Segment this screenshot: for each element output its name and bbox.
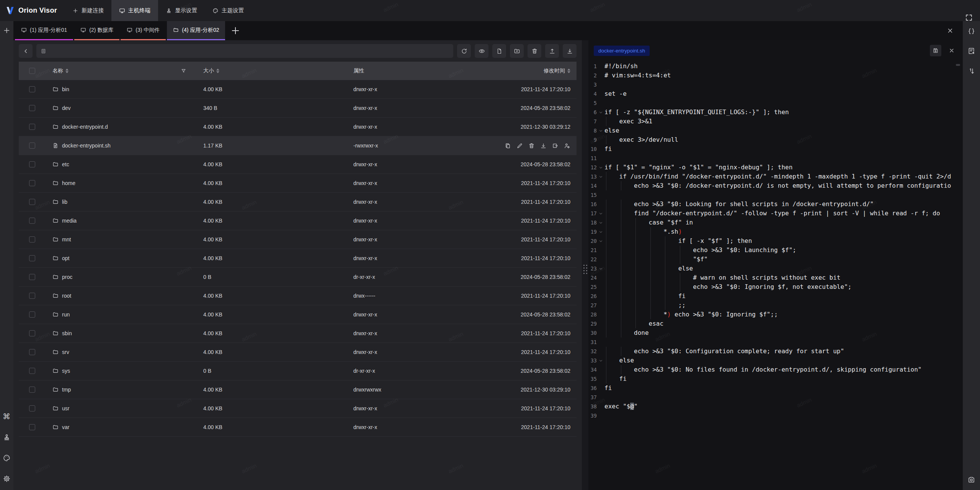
format-button[interactable] (966, 26, 977, 36)
display-settings-button[interactable] (2, 432, 12, 442)
file-name-cell: srv (46, 349, 191, 355)
table-row[interactable]: lib4.00 KBdrwxr-xr-x2021-11-24 17:20:10 (19, 193, 577, 211)
row-checkbox[interactable] (29, 274, 35, 280)
file-size: 4.00 KB (191, 180, 340, 186)
settings-button[interactable] (2, 473, 12, 484)
tab-4[interactable]: (4) 应用-分析02 (167, 21, 225, 40)
row-download-button[interactable] (540, 143, 547, 149)
table-row[interactable]: docker-entrypoint.sh1.17 KB-rwxrwxr-x (19, 136, 577, 155)
fold-toggle[interactable] (597, 108, 604, 117)
panel-splitter[interactable] (582, 40, 588, 490)
tab-3[interactable]: (3) 中间件 (121, 21, 166, 40)
open-file-tag[interactable]: docker-entrypoint.sh (594, 46, 650, 56)
table-row[interactable]: usr4.00 KBdrwxr-xr-x2021-11-24 17:20:10 (19, 399, 577, 418)
row-checkbox[interactable] (29, 293, 35, 299)
table-row[interactable]: mnt4.00 KBdrwxr-xr-x2021-11-24 17:20:10 (19, 230, 577, 249)
line-sort-button[interactable] (966, 66, 977, 76)
table-row[interactable]: dev340 Bdrwxr-xr-x2024-05-28 23:58:02 (19, 99, 577, 118)
row-checkbox[interactable] (29, 311, 35, 318)
table-row[interactable]: tmp4.00 KBdrwxrwxrwx2021-12-30 03:29:10 (19, 380, 577, 399)
row-checkbox[interactable] (29, 387, 35, 393)
table-row[interactable]: var4.00 KBdrwxr-xr-x2021-11-24 17:20:10 (19, 418, 577, 437)
tab-2[interactable]: (2) 数据库 (74, 21, 119, 40)
row-checkbox[interactable] (29, 349, 35, 355)
nav-new-connection[interactable]: 新建连接 (65, 0, 111, 21)
close-editor-button[interactable] (946, 45, 957, 56)
fold-toggle[interactable] (597, 227, 604, 236)
table-row[interactable]: opt4.00 KBdrwxr-xr-x2021-11-24 17:20:10 (19, 249, 577, 268)
fold-toggle[interactable] (597, 264, 604, 273)
nav-host-terminal[interactable]: 主机终端 (111, 0, 158, 21)
column-header-name[interactable]: 名称 (46, 62, 191, 80)
new-folder-button[interactable] (510, 44, 524, 58)
folder-icon (52, 161, 59, 167)
back-button[interactable] (19, 44, 33, 58)
fold-toggle[interactable] (597, 209, 604, 218)
row-checkbox[interactable] (29, 105, 35, 111)
sort-icons[interactable] (567, 69, 570, 73)
table-row[interactable]: media4.00 KBdrwxr-xr-x2021-11-24 17:20:1… (19, 211, 577, 230)
nav-display-settings[interactable]: 显示设置 (158, 0, 205, 21)
table-row[interactable]: home4.00 KBdrwxr-xr-x2021-11-24 17:20:10 (19, 174, 577, 193)
shortcut-keys-button[interactable]: ⌘ (2, 411, 12, 422)
new-tab-button[interactable] (230, 25, 241, 36)
editor-scrollbar-thumb[interactable] (956, 64, 960, 66)
fullscreen-button[interactable] (964, 6, 974, 16)
row-checkbox[interactable] (29, 405, 35, 411)
row-checkbox[interactable] (29, 161, 35, 167)
row-copy-button[interactable] (505, 143, 511, 149)
table-row[interactable]: docker-entrypoint.d4.00 KBdrwxr-xr-x2021… (19, 118, 577, 136)
new-file-button[interactable] (492, 44, 506, 58)
sort-icons[interactable] (216, 69, 219, 73)
table-row[interactable]: proc0 Bdr-xr-xr-x2024-05-28 23:58:02 (19, 268, 577, 287)
row-delete-button[interactable] (528, 143, 535, 149)
theme-settings-button[interactable] (2, 452, 12, 463)
refresh-button[interactable] (457, 44, 471, 58)
path-input[interactable] (36, 44, 453, 58)
fold-toggle[interactable] (597, 172, 604, 181)
close-panel-button[interactable] (947, 27, 954, 34)
table-row[interactable]: root4.00 KBdrwx------2021-11-24 17:20:10 (19, 287, 577, 305)
nav-theme-settings[interactable]: 主题设置 (205, 0, 252, 21)
fold-toggle[interactable] (597, 236, 604, 246)
sort-icons[interactable] (65, 69, 69, 73)
new-connection-button[interactable] (2, 25, 12, 36)
screenshot-button[interactable] (966, 474, 977, 485)
row-checkbox[interactable] (29, 199, 35, 205)
column-header-time[interactable]: 修改时间 (490, 62, 577, 80)
row-checkbox[interactable] (29, 86, 35, 92)
table-row[interactable]: run4.00 KBdrwxr-xr-x2024-05-28 23:58:02 (19, 305, 577, 324)
table-row[interactable]: sbin4.00 KBdrwxr-xr-x2021-11-24 17:20:10 (19, 324, 577, 343)
row-checkbox[interactable] (29, 180, 35, 186)
table-row[interactable]: bin4.00 KBdrwxr-xr-x2021-11-24 17:20:10 (19, 80, 577, 99)
tab-1[interactable]: (1) 应用-分析01 (15, 21, 73, 40)
row-checkbox[interactable] (29, 124, 35, 130)
fold-toggle[interactable] (597, 163, 604, 172)
row-permission-button[interactable] (564, 143, 570, 149)
row-checkbox[interactable] (29, 424, 35, 430)
row-checkbox[interactable] (29, 255, 35, 261)
upload-button[interactable] (545, 44, 559, 58)
download-button[interactable] (563, 44, 577, 58)
row-checkbox[interactable] (29, 236, 35, 243)
row-checkbox[interactable] (29, 368, 35, 374)
filter-button[interactable] (181, 68, 191, 74)
file-detail-button[interactable] (966, 46, 977, 56)
delete-button[interactable] (528, 44, 541, 58)
table-row[interactable]: etc4.00 KBdrwxr-xr-x2024-05-28 23:58:02 (19, 155, 577, 174)
preview-button[interactable] (475, 44, 488, 58)
row-checkbox[interactable] (29, 143, 35, 149)
row-edit-button[interactable] (516, 143, 523, 149)
row-checkbox[interactable] (29, 218, 35, 224)
select-all-checkbox[interactable] (29, 68, 35, 74)
save-file-button[interactable] (930, 45, 941, 56)
table-row[interactable]: srv4.00 KBdrwxr-xr-x2021-11-24 17:20:10 (19, 343, 577, 362)
code-editor[interactable]: 1#!/bin/sh2# vim:sw=4:ts=4:et34set -e56i… (588, 61, 963, 490)
table-row[interactable]: sys0 Bdr-xr-xr-x2024-05-28 23:58:02 (19, 362, 577, 380)
fold-toggle[interactable] (597, 218, 604, 227)
fold-toggle[interactable] (597, 126, 604, 135)
row-move-button[interactable] (552, 143, 559, 149)
row-checkbox[interactable] (29, 330, 35, 336)
fold-toggle[interactable] (597, 356, 604, 365)
column-header-size[interactable]: 大小 (191, 62, 340, 80)
